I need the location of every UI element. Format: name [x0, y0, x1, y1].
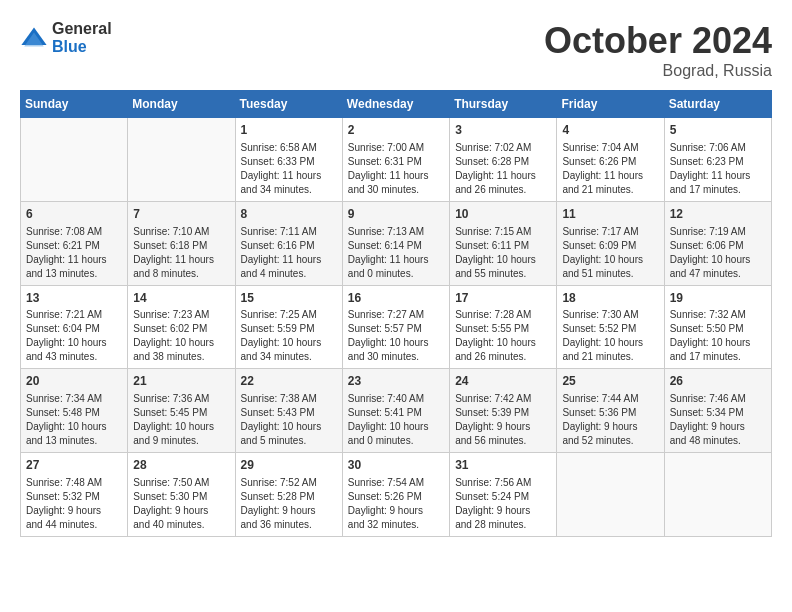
day-number: 11	[562, 206, 658, 223]
day-info: Sunrise: 7:25 AM Sunset: 5:59 PM Dayligh…	[241, 308, 337, 364]
calendar-cell: 11Sunrise: 7:17 AM Sunset: 6:09 PM Dayli…	[557, 201, 664, 285]
day-number: 6	[26, 206, 122, 223]
day-info: Sunrise: 7:10 AM Sunset: 6:18 PM Dayligh…	[133, 225, 229, 281]
calendar-cell: 18Sunrise: 7:30 AM Sunset: 5:52 PM Dayli…	[557, 285, 664, 369]
calendar-cell: 19Sunrise: 7:32 AM Sunset: 5:50 PM Dayli…	[664, 285, 771, 369]
week-row-4: 20Sunrise: 7:34 AM Sunset: 5:48 PM Dayli…	[21, 369, 772, 453]
day-number: 23	[348, 373, 444, 390]
day-number: 3	[455, 122, 551, 139]
weekday-header-row: SundayMondayTuesdayWednesdayThursdayFrid…	[21, 91, 772, 118]
day-info: Sunrise: 7:02 AM Sunset: 6:28 PM Dayligh…	[455, 141, 551, 197]
page-header: General Blue October 2024 Bograd, Russia	[20, 20, 772, 80]
calendar-cell: 12Sunrise: 7:19 AM Sunset: 6:06 PM Dayli…	[664, 201, 771, 285]
weekday-header-saturday: Saturday	[664, 91, 771, 118]
location-title: Bograd, Russia	[544, 62, 772, 80]
calendar-cell: 28Sunrise: 7:50 AM Sunset: 5:30 PM Dayli…	[128, 453, 235, 537]
day-number: 26	[670, 373, 766, 390]
day-info: Sunrise: 7:34 AM Sunset: 5:48 PM Dayligh…	[26, 392, 122, 448]
day-info: Sunrise: 7:13 AM Sunset: 6:14 PM Dayligh…	[348, 225, 444, 281]
calendar-cell: 29Sunrise: 7:52 AM Sunset: 5:28 PM Dayli…	[235, 453, 342, 537]
day-number: 12	[670, 206, 766, 223]
calendar-cell: 7Sunrise: 7:10 AM Sunset: 6:18 PM Daylig…	[128, 201, 235, 285]
calendar-cell	[557, 453, 664, 537]
calendar-cell: 25Sunrise: 7:44 AM Sunset: 5:36 PM Dayli…	[557, 369, 664, 453]
day-info: Sunrise: 7:28 AM Sunset: 5:55 PM Dayligh…	[455, 308, 551, 364]
day-info: Sunrise: 7:04 AM Sunset: 6:26 PM Dayligh…	[562, 141, 658, 197]
weekday-header-thursday: Thursday	[450, 91, 557, 118]
day-number: 1	[241, 122, 337, 139]
logo-general: General	[52, 20, 112, 38]
day-number: 9	[348, 206, 444, 223]
calendar-cell: 17Sunrise: 7:28 AM Sunset: 5:55 PM Dayli…	[450, 285, 557, 369]
day-info: Sunrise: 7:48 AM Sunset: 5:32 PM Dayligh…	[26, 476, 122, 532]
day-number: 7	[133, 206, 229, 223]
day-number: 5	[670, 122, 766, 139]
calendar-cell: 6Sunrise: 7:08 AM Sunset: 6:21 PM Daylig…	[21, 201, 128, 285]
calendar-cell	[128, 118, 235, 202]
day-number: 27	[26, 457, 122, 474]
calendar-cell: 24Sunrise: 7:42 AM Sunset: 5:39 PM Dayli…	[450, 369, 557, 453]
week-row-5: 27Sunrise: 7:48 AM Sunset: 5:32 PM Dayli…	[21, 453, 772, 537]
calendar-cell: 8Sunrise: 7:11 AM Sunset: 6:16 PM Daylig…	[235, 201, 342, 285]
calendar-cell: 31Sunrise: 7:56 AM Sunset: 5:24 PM Dayli…	[450, 453, 557, 537]
day-number: 18	[562, 290, 658, 307]
calendar-cell: 22Sunrise: 7:38 AM Sunset: 5:43 PM Dayli…	[235, 369, 342, 453]
day-number: 10	[455, 206, 551, 223]
day-number: 13	[26, 290, 122, 307]
day-number: 31	[455, 457, 551, 474]
day-info: Sunrise: 7:40 AM Sunset: 5:41 PM Dayligh…	[348, 392, 444, 448]
day-info: Sunrise: 7:56 AM Sunset: 5:24 PM Dayligh…	[455, 476, 551, 532]
calendar-cell: 16Sunrise: 7:27 AM Sunset: 5:57 PM Dayli…	[342, 285, 449, 369]
weekday-header-sunday: Sunday	[21, 91, 128, 118]
day-info: Sunrise: 7:08 AM Sunset: 6:21 PM Dayligh…	[26, 225, 122, 281]
calendar-cell: 23Sunrise: 7:40 AM Sunset: 5:41 PM Dayli…	[342, 369, 449, 453]
day-info: Sunrise: 7:50 AM Sunset: 5:30 PM Dayligh…	[133, 476, 229, 532]
calendar-cell: 5Sunrise: 7:06 AM Sunset: 6:23 PM Daylig…	[664, 118, 771, 202]
day-info: Sunrise: 7:00 AM Sunset: 6:31 PM Dayligh…	[348, 141, 444, 197]
day-number: 8	[241, 206, 337, 223]
day-info: Sunrise: 7:44 AM Sunset: 5:36 PM Dayligh…	[562, 392, 658, 448]
day-number: 20	[26, 373, 122, 390]
day-info: Sunrise: 7:32 AM Sunset: 5:50 PM Dayligh…	[670, 308, 766, 364]
weekday-header-tuesday: Tuesday	[235, 91, 342, 118]
day-number: 17	[455, 290, 551, 307]
month-title: October 2024	[544, 20, 772, 62]
weekday-header-monday: Monday	[128, 91, 235, 118]
day-number: 19	[670, 290, 766, 307]
day-info: Sunrise: 7:15 AM Sunset: 6:11 PM Dayligh…	[455, 225, 551, 281]
day-number: 30	[348, 457, 444, 474]
day-number: 24	[455, 373, 551, 390]
weekday-header-friday: Friday	[557, 91, 664, 118]
day-number: 22	[241, 373, 337, 390]
day-number: 15	[241, 290, 337, 307]
day-info: Sunrise: 7:27 AM Sunset: 5:57 PM Dayligh…	[348, 308, 444, 364]
day-number: 29	[241, 457, 337, 474]
day-number: 25	[562, 373, 658, 390]
day-info: Sunrise: 7:52 AM Sunset: 5:28 PM Dayligh…	[241, 476, 337, 532]
day-number: 4	[562, 122, 658, 139]
calendar-cell: 9Sunrise: 7:13 AM Sunset: 6:14 PM Daylig…	[342, 201, 449, 285]
calendar-cell: 2Sunrise: 7:00 AM Sunset: 6:31 PM Daylig…	[342, 118, 449, 202]
day-info: Sunrise: 7:42 AM Sunset: 5:39 PM Dayligh…	[455, 392, 551, 448]
week-row-3: 13Sunrise: 7:21 AM Sunset: 6:04 PM Dayli…	[21, 285, 772, 369]
title-block: October 2024 Bograd, Russia	[544, 20, 772, 80]
day-info: Sunrise: 7:19 AM Sunset: 6:06 PM Dayligh…	[670, 225, 766, 281]
calendar-cell	[664, 453, 771, 537]
calendar-cell	[21, 118, 128, 202]
day-info: Sunrise: 7:21 AM Sunset: 6:04 PM Dayligh…	[26, 308, 122, 364]
calendar-cell: 30Sunrise: 7:54 AM Sunset: 5:26 PM Dayli…	[342, 453, 449, 537]
day-number: 16	[348, 290, 444, 307]
day-info: Sunrise: 7:06 AM Sunset: 6:23 PM Dayligh…	[670, 141, 766, 197]
day-info: Sunrise: 6:58 AM Sunset: 6:33 PM Dayligh…	[241, 141, 337, 197]
calendar-table: SundayMondayTuesdayWednesdayThursdayFrid…	[20, 90, 772, 537]
day-info: Sunrise: 7:11 AM Sunset: 6:16 PM Dayligh…	[241, 225, 337, 281]
logo-blue: Blue	[52, 38, 112, 56]
day-info: Sunrise: 7:23 AM Sunset: 6:02 PM Dayligh…	[133, 308, 229, 364]
calendar-cell: 4Sunrise: 7:04 AM Sunset: 6:26 PM Daylig…	[557, 118, 664, 202]
day-info: Sunrise: 7:38 AM Sunset: 5:43 PM Dayligh…	[241, 392, 337, 448]
day-info: Sunrise: 7:54 AM Sunset: 5:26 PM Dayligh…	[348, 476, 444, 532]
day-number: 2	[348, 122, 444, 139]
day-info: Sunrise: 7:17 AM Sunset: 6:09 PM Dayligh…	[562, 225, 658, 281]
day-number: 28	[133, 457, 229, 474]
day-info: Sunrise: 7:36 AM Sunset: 5:45 PM Dayligh…	[133, 392, 229, 448]
